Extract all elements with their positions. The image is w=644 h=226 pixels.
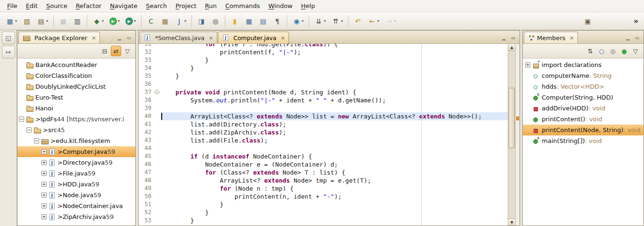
collapse-all-icon[interactable]: ⊟ xyxy=(99,46,110,56)
editor-tab-someclass-java[interactable]: J*SomeClass.java× xyxy=(140,32,217,43)
code-text[interactable]: list.add(File.class); xyxy=(161,136,508,144)
dropdown-arrow-icon[interactable]: ▾ xyxy=(377,19,379,23)
dropdown-arrow-icon[interactable]: ▾ xyxy=(46,19,48,23)
code-text[interactable] xyxy=(161,104,508,112)
expand-icon[interactable]: + xyxy=(41,149,47,154)
show-annotations-icon[interactable]: ▦ xyxy=(242,15,256,28)
code-text[interactable]: } xyxy=(161,64,508,72)
collapse-icon[interactable]: − xyxy=(26,127,32,133)
line-number[interactable]: 37 xyxy=(139,88,154,96)
member-item-hdds[interactable]: hdds : Vector<HDD> xyxy=(523,81,644,92)
line-number[interactable]: 48 xyxy=(139,176,154,184)
expand-icon[interactable]: + xyxy=(41,160,47,165)
expand-icon[interactable]: + xyxy=(525,62,530,67)
close-view-icon[interactable]: × xyxy=(570,35,574,41)
code-line-34[interactable]: 34 } xyxy=(139,64,508,72)
code-line-40[interactable]: 40 ArrayList<Class<? extends Node>> list… xyxy=(139,112,508,120)
search-icon[interactable]: ◎ xyxy=(209,15,222,28)
annotation-marker[interactable] xyxy=(516,117,519,120)
line-number[interactable]: 35 xyxy=(139,72,154,80)
view-menu-icon[interactable]: ▽ xyxy=(122,46,132,56)
code-text[interactable]: } xyxy=(161,217,508,225)
code-text[interactable]: } xyxy=(161,209,508,217)
save-icon[interactable]: ■ xyxy=(57,15,70,28)
tree-item-euro-test[interactable]: Euro-Test xyxy=(17,92,135,103)
tree-item-file-java[interactable]: +J> File.java 59 xyxy=(17,168,135,179)
dropdown-arrow-icon[interactable]: ▾ xyxy=(184,19,186,23)
member-item-adddrive-hdd[interactable]: addDrive(HDD) : void xyxy=(523,103,644,114)
filter-non-public-icon[interactable]: ● xyxy=(619,46,629,56)
scroll-down-icon[interactable]: ▼ xyxy=(508,218,515,226)
web-browser-icon[interactable]: ◉▾ xyxy=(290,15,306,28)
expand-icon[interactable]: + xyxy=(41,214,47,219)
code-text[interactable] xyxy=(161,80,508,88)
line-number[interactable]: 41 xyxy=(139,120,154,128)
maximize-view-icon[interactable]: ▭ xyxy=(509,34,517,41)
code-text[interactable]: private void printContent(Node d, String… xyxy=(161,88,508,96)
code-line-41[interactable]: 41 list.add(Directory.class); xyxy=(139,120,508,128)
code-line-38[interactable]: 38 System.out.println("|-" + ident + " "… xyxy=(139,96,508,104)
line-number[interactable]: 49 xyxy=(139,184,154,193)
tree-item-computer-java[interactable]: +J> Computer.java 59 xyxy=(17,146,135,157)
code-line-32[interactable]: 32 printContent(f, "|-"); xyxy=(139,48,508,56)
tree-item-bankaccountreader[interactable]: BankAccountReader xyxy=(17,59,135,70)
dropdown-arrow-icon[interactable]: ▾ xyxy=(394,19,396,23)
dropdown-arrow-icon[interactable]: ▾ xyxy=(102,19,104,23)
line-number[interactable]: 50 xyxy=(139,193,154,201)
members-tab[interactable]: Members × xyxy=(524,32,578,43)
code-text[interactable]: } xyxy=(161,201,508,209)
member-item-computer-string-hdd[interactable]: Computer(String, HDD) xyxy=(523,92,644,103)
line-number[interactable]: 43 xyxy=(139,136,154,144)
code-text[interactable]: if (d instanceof NodeContainer) { xyxy=(161,152,508,160)
dropdown-arrow-icon[interactable]: ▾ xyxy=(134,19,136,23)
dropdown-arrow-icon[interactable]: ▾ xyxy=(302,19,304,23)
package-explorer-tab[interactable]: Package Explorer × xyxy=(18,32,100,43)
line-number[interactable]: 36 xyxy=(139,80,154,88)
close-tab-icon[interactable]: × xyxy=(209,35,213,41)
code-line-53[interactable]: 53 } xyxy=(139,217,508,225)
code-text[interactable]: for (File f : hdd.get(File.class)) { xyxy=(161,44,508,48)
line-number[interactable]: 31 xyxy=(139,44,154,48)
dropdown-arrow-icon[interactable]: ▾ xyxy=(341,19,343,23)
import-wizard-icon[interactable]: ▤▾ xyxy=(34,15,50,28)
code-line-48[interactable]: 48 ArrayList<? extends Node> tmp = e.get… xyxy=(139,176,508,184)
code-line-31[interactable]: 31 for (File f : hdd.get(File.class)) { xyxy=(139,44,508,48)
line-number[interactable]: 32 xyxy=(139,48,154,56)
dropdown-arrow-icon[interactable]: ▾ xyxy=(324,19,326,23)
fast-view-icon[interactable]: ↦ xyxy=(2,46,15,59)
scroll-up-icon[interactable]: ▲ xyxy=(508,44,515,51)
code-text[interactable]: list.add(ZipArchiv.class); xyxy=(161,128,508,136)
close-tab-icon[interactable]: × xyxy=(281,35,285,41)
code-text[interactable]: ArrayList<? extends Node> tmp = e.get(T)… xyxy=(161,176,508,184)
tree-item-edu-kit-filesystem[interactable]: −> edu.kit.filesystem xyxy=(17,135,135,146)
back-icon[interactable]: ←▾ xyxy=(365,15,381,28)
show-table-icon[interactable]: ▤ xyxy=(256,15,270,28)
code-text[interactable] xyxy=(161,144,508,152)
tree-item-directory-java[interactable]: +J> Directory.java 59 xyxy=(17,157,135,168)
open-perspective-icon[interactable]: ▣ xyxy=(581,15,594,28)
menu-run[interactable]: Run xyxy=(201,0,221,11)
new-wizard-icon[interactable]: ▦▾ xyxy=(3,15,19,28)
menu-refactor[interactable]: Refactor xyxy=(72,0,106,11)
new-java-class-icon[interactable]: C xyxy=(144,15,157,28)
next-annotation-icon[interactable]: ⇊▾ xyxy=(312,15,328,28)
tree-item-doublylinkedcycliclist[interactable]: DoublyLinkedCyclicList xyxy=(17,81,135,92)
line-number[interactable]: 40 xyxy=(139,112,154,120)
code-text[interactable]: list.add(Directory.class); xyxy=(161,120,508,128)
print-icon[interactable]: ▥ xyxy=(71,15,84,28)
menu-commands[interactable]: Commands xyxy=(221,0,264,11)
tree-item-ziparchiv-java[interactable]: +J> ZipArchiv.java 59 xyxy=(17,211,135,222)
menu-edit[interactable]: Edit xyxy=(22,0,42,11)
debug-icon[interactable]: ◆▾ xyxy=(90,15,106,28)
menu-window[interactable]: Window xyxy=(264,0,297,11)
line-number[interactable]: 34 xyxy=(139,64,154,72)
line-number[interactable]: 51 xyxy=(139,201,154,209)
code-line-37[interactable]: 37− private void printContent(Node d, St… xyxy=(139,88,508,96)
scrollbar-thumb[interactable] xyxy=(509,88,515,148)
line-number[interactable]: 53 xyxy=(139,217,154,225)
menu-file[interactable]: File xyxy=(3,0,22,11)
tree-item-nodecontainer-java[interactable]: +J> NodeContainer.java xyxy=(17,201,135,211)
show-whitespace-icon[interactable]: ¶ xyxy=(271,15,284,28)
code-line-52[interactable]: 52 } xyxy=(139,209,508,217)
restore-views-icon[interactable]: ◱ xyxy=(2,32,15,44)
